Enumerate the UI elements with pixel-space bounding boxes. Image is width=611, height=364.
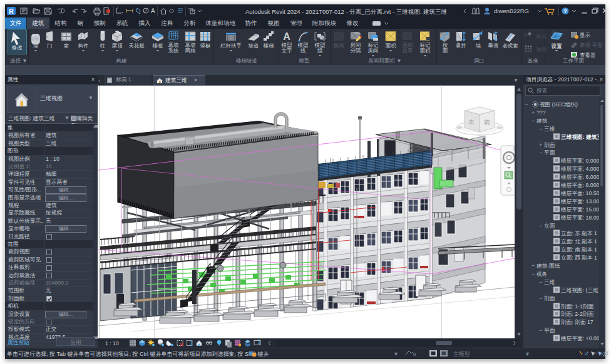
svg-text:竖梃: 竖梃 [200,43,211,49]
svg-text:选择 ▼: 选择 ▼ [9,58,28,64]
svg-text:轴网: 轴网 [536,46,547,53]
svg-text:面积: 面积 [420,48,431,54]
svg-text:栏杆扶手: 栏杆扶手 [220,43,242,49]
svg-text:前: 前 [484,119,491,126]
svg-text:构建: 构建 [116,58,128,64]
svg-text:坡道: 坡道 [248,43,259,49]
svg-text:老虎窗: 老虎窗 [502,43,518,49]
svg-text:房间: 房间 [368,48,379,54]
svg-text:显示: 显示 [580,32,591,38]
svg-text:基准: 基准 [528,58,539,64]
svg-text:洞口: 洞口 [474,58,485,64]
svg-text:文字: 文字 [282,48,293,54]
svg-text:网格: 网格 [185,48,197,54]
svg-text:房间: 房间 [334,43,344,49]
svg-text:设置: 设置 [552,43,563,49]
svg-text:系统: 系统 [168,48,180,54]
svg-text:门: 门 [47,43,53,49]
svg-text:墙: 墙 [475,43,481,49]
svg-text:组: 组 [317,48,323,54]
svg-text:屋顶: 屋顶 [112,43,123,49]
svg-text:墙: 墙 [33,43,39,49]
svg-text:左: 左 [468,119,475,126]
svg-text:标高: 标高 [536,33,547,39]
svg-text:垂直: 垂直 [488,43,500,49]
svg-text:修改: 修改 [12,44,23,51]
svg-text:R: R [9,8,14,15]
svg-text:构件: 构件 [78,43,90,49]
svg-text:房间和面积 ▼: 房间和面积 ▼ [368,58,401,64]
svg-text:楼板: 楼板 [153,43,164,49]
svg-text:楼梯坡道: 楼梯坡道 [236,58,257,64]
svg-text:参照 平面: 参照 平面 [580,42,603,48]
svg-text:柱: 柱 [100,43,106,49]
svg-text:窗: 窗 [64,43,69,49]
svg-text:竖井: 竖井 [456,43,467,49]
svg-text:模型: 模型 [299,58,311,64]
svg-text:工作平面: 工作平面 [562,58,585,64]
svg-text:分隔: 分隔 [351,48,362,54]
svg-text:面积: 面积 [386,43,397,49]
svg-text:面: 面 [443,48,448,54]
svg-text:楼梯: 楼梯 [264,43,275,49]
svg-text:线: 线 [300,48,306,54]
svg-text:边界: 边界 [403,48,414,54]
svg-text:A: A [283,31,290,42]
svg-text:0: 0 [413,351,416,357]
svg-text:天花板: 天花板 [128,43,145,49]
